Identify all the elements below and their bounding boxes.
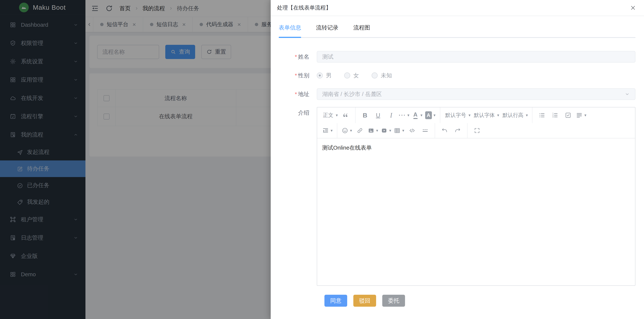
form-row-intro: 介绍 正文▾BUI···▾A▾A▾默认字号▾默认字体▾默认行高▾123▾ ▾▾▾…	[279, 107, 636, 286]
gender-radio-男[interactable]: 男	[317, 72, 332, 79]
image-dropdown[interactable]: ▾	[368, 125, 378, 136]
required-asterisk: *	[295, 91, 297, 97]
italic-button[interactable]: I	[386, 110, 396, 121]
editor-toolbar-row-2: ▾▾▾▾▾	[317, 123, 635, 138]
drawer-tab-flow-records[interactable]: 流转记录	[316, 24, 338, 37]
drawer-body: 表单信息流转记录流程图 *姓名 测试 *性别 男 女 未知 *地址 湖南省 / …	[271, 24, 644, 307]
undo-button[interactable]	[439, 125, 450, 136]
caret-down-icon: ▾	[584, 113, 586, 118]
caret-down-icon: ▾	[420, 113, 422, 118]
drawer-actions: 同意驳回委托	[324, 295, 636, 307]
close-icon[interactable]	[630, 5, 636, 11]
drawer-tabs: 表单信息流转记录流程图	[279, 24, 636, 38]
editor-toolbar: 正文▾BUI···▾A▾A▾默认字号▾默认字体▾默认行高▾123▾ ▾▾▾▾▾	[317, 107, 635, 138]
bg-color-dropdown[interactable]: A▾	[425, 110, 436, 121]
gender-field-label: 性别	[298, 72, 309, 79]
caret-down-icon: ▾	[336, 113, 338, 118]
radio-dot	[344, 73, 350, 79]
indent-dropdown[interactable]: ▾	[322, 125, 333, 136]
align-icon	[576, 112, 582, 119]
task-form: *姓名 测试 *性别 男 女 未知 *地址 湖南省 / 长沙市 / 岳麓区	[279, 51, 636, 286]
fullscreen-button[interactable]	[472, 125, 482, 136]
address-field-label: 地址	[298, 91, 309, 97]
caret-down-icon: ▾	[376, 128, 378, 133]
indent-icon	[322, 127, 329, 134]
bold-icon: B	[362, 112, 368, 119]
address-cascader[interactable]: 湖南省 / 长沙市 / 岳麓区	[317, 88, 636, 100]
bullet-list-button[interactable]	[537, 110, 547, 121]
bg-color-icon: A	[425, 112, 432, 119]
radio-dot	[372, 73, 378, 79]
more-style-dropdown[interactable]: ···▾	[399, 110, 410, 121]
bullet-list-icon	[538, 112, 545, 119]
editor-content[interactable]: 测试Online在线表单	[317, 138, 635, 285]
undo-icon	[441, 127, 448, 134]
drawer-tab-flow-diagram[interactable]: 流程图	[353, 24, 370, 37]
font-color-icon: A	[412, 112, 419, 119]
font-family-dropdown[interactable]: 默认字体▾	[473, 110, 499, 121]
caret-down-icon: ▾	[434, 113, 436, 118]
table-icon	[394, 127, 400, 134]
form-row-address: *地址 湖南省 / 长沙市 / 岳麓区	[279, 88, 636, 100]
font-size-dropdown[interactable]: 默认字号▾	[444, 110, 471, 121]
divider-button[interactable]	[420, 125, 430, 136]
toolbar-group: ▾▾▾▾	[337, 123, 435, 138]
table-dropdown[interactable]: ▾	[394, 125, 404, 136]
toolbar-group: BUI···▾A▾A▾	[356, 107, 440, 123]
video-dropdown[interactable]: ▾	[381, 125, 391, 136]
toolbar-group: 默认字号▾默认字体▾默认行高▾	[440, 107, 532, 123]
drawer-title: 处理【在线表单流程】	[277, 4, 331, 12]
emoji-dropdown[interactable]: ▾	[342, 125, 352, 136]
caret-down-icon: ▾	[497, 113, 499, 118]
form-row-name: *姓名 测试	[279, 51, 636, 63]
video-icon	[381, 127, 388, 134]
required-asterisk: *	[295, 54, 297, 60]
more-style-icon: ···	[399, 112, 406, 119]
emoji-icon	[342, 127, 348, 134]
caret-down-icon: ▾	[330, 128, 333, 133]
agree-button[interactable]: 同意	[324, 295, 347, 307]
bold-button[interactable]: B	[360, 110, 370, 121]
link-icon	[356, 127, 363, 134]
paragraph-style-dropdown[interactable]: 正文▾	[322, 110, 338, 121]
form-row-gender: *性别 男 女 未知	[279, 70, 636, 81]
link-button[interactable]	[355, 125, 365, 136]
ordered-list-button[interactable]: 123	[550, 110, 560, 121]
code-block-button[interactable]	[407, 125, 417, 136]
chevron-down-icon	[624, 91, 630, 97]
drawer-header: 处理【在线表单流程】	[271, 0, 644, 16]
font-color-dropdown[interactable]: A▾	[412, 110, 422, 121]
caret-down-icon: ▾	[526, 113, 528, 118]
name-field[interactable]: 测试	[317, 51, 636, 63]
caret-down-icon: ▾	[408, 113, 410, 118]
image-icon	[368, 127, 374, 134]
caret-down-icon: ▾	[469, 113, 471, 118]
editor-toolbar-row-1: 正文▾BUI···▾A▾A▾默认字号▾默认字体▾默认行高▾123▾	[317, 107, 635, 123]
italic-icon: I	[388, 112, 394, 119]
intro-field-label: 介绍	[298, 110, 309, 116]
task-list-icon	[565, 112, 572, 119]
redo-icon	[454, 127, 461, 134]
delegate-button[interactable]: 委托	[382, 295, 405, 307]
redo-button[interactable]	[452, 125, 463, 136]
rich-text-editor: 正文▾BUI···▾A▾A▾默认字号▾默认字体▾默认行高▾123▾ ▾▾▾▾▾ …	[317, 107, 636, 286]
gender-radio-未知[interactable]: 未知	[372, 72, 392, 79]
ordered-list-icon: 123	[552, 112, 558, 119]
fullscreen-icon	[474, 127, 480, 134]
align-dropdown[interactable]: ▾	[576, 110, 586, 121]
process-task-drawer: 处理【在线表单流程】 表单信息流转记录流程图 *姓名 测试 *性别 男 女 未知…	[271, 0, 644, 319]
underline-button[interactable]: U	[373, 110, 384, 121]
caret-down-icon: ▾	[350, 128, 352, 133]
task-list-button[interactable]	[563, 110, 573, 121]
underline-icon: U	[375, 112, 382, 119]
reject-button[interactable]: 驳回	[353, 295, 376, 307]
drawer-tab-form-info[interactable]: 表单信息	[279, 24, 301, 37]
name-field-label: 姓名	[298, 54, 309, 60]
toolbar-group	[435, 123, 468, 138]
blockquote-button[interactable]	[340, 110, 351, 121]
caret-down-icon: ▾	[402, 128, 404, 133]
toolbar-group: 正文▾	[318, 107, 356, 123]
svg-text:3: 3	[552, 116, 554, 118]
gender-radio-女[interactable]: 女	[344, 72, 359, 79]
line-height-dropdown[interactable]: 默认行高▾	[502, 110, 528, 121]
